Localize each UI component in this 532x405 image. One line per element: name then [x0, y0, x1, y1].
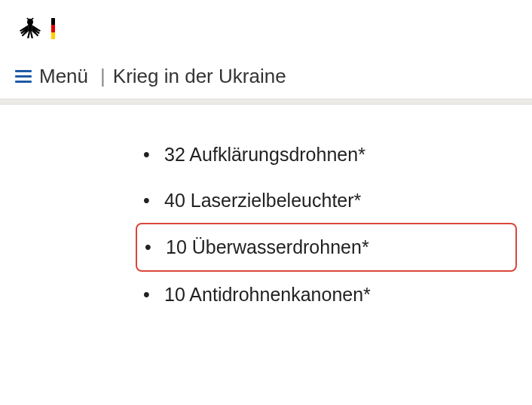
- list-item: 10 Antidrohnenkanonen*: [136, 272, 517, 318]
- item-list: 32 Aufklärungsdrohnen* 40 Laserzielbeleu…: [136, 132, 517, 317]
- list-item-text: 32 Aufklärungsdrohnen*: [164, 144, 365, 165]
- breadcrumb-separator: |: [100, 65, 105, 88]
- breadcrumb-title[interactable]: Krieg in der Ukraine: [113, 65, 286, 88]
- list-item-text: 40 Laserzielbeleuchter*: [164, 190, 361, 211]
- list-item-text: 10 Überwasserdrohnen*: [166, 236, 369, 257]
- eagle-icon: [15, 14, 45, 44]
- german-flag-icon: [51, 18, 55, 39]
- svg-rect-1: [28, 24, 32, 32]
- list-item: 10 Überwasserdrohnen*: [136, 223, 517, 272]
- nav-row: Menü | Krieg in der Ukraine: [0, 51, 532, 99]
- list-item: 40 Laserzielbeleuchter*: [136, 178, 517, 224]
- section-divider: [0, 99, 532, 105]
- list-item-text: 10 Antidrohnenkanonen*: [164, 284, 371, 305]
- list-item: 32 Aufklärungsdrohnen*: [136, 132, 517, 178]
- header-bar: [0, 0, 532, 51]
- hamburger-menu-icon[interactable]: [15, 70, 32, 83]
- content-area: 32 Aufklärungsdrohnen* 40 Laserzielbeleu…: [0, 105, 532, 332]
- menu-label[interactable]: Menü: [39, 65, 88, 88]
